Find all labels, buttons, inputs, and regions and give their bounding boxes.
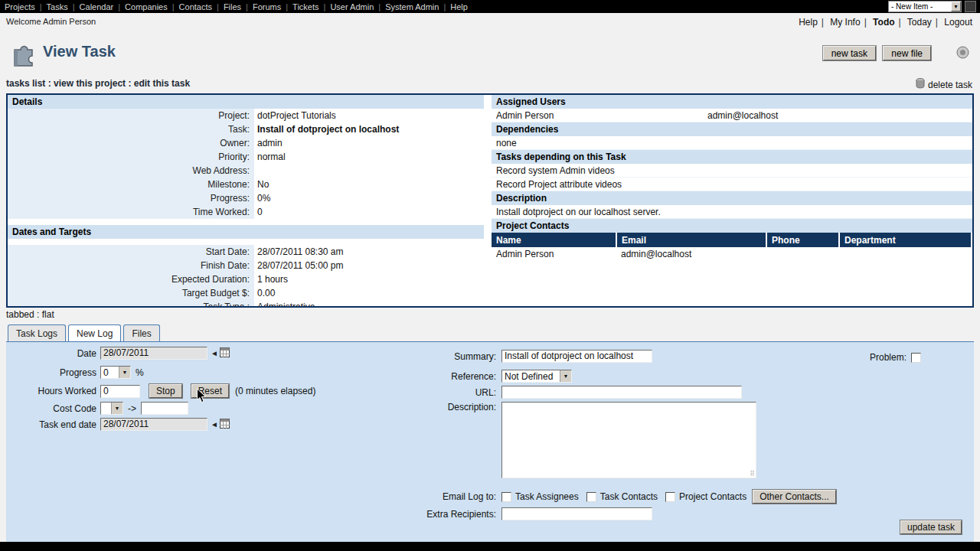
reference-select[interactable]: Not Defined ▼ (501, 370, 572, 383)
menu-contacts[interactable]: Contacts (179, 2, 224, 11)
menu-user-admin[interactable]: User Admin (330, 2, 385, 11)
link-todo[interactable]: Todo (873, 17, 905, 28)
description-row: Description: ⠿ (351, 402, 756, 478)
description-textarea[interactable]: ⠿ (501, 402, 756, 478)
calendar-icon[interactable] (220, 347, 230, 360)
contacts-col-name: Name (492, 233, 616, 247)
details-column: Details Project: dotProject Tutorials Ta… (8, 95, 484, 308)
new-file-button[interactable]: new file (883, 46, 931, 60)
detail-value: Administrative (254, 300, 484, 308)
task-assignees-label: Task Assignees (515, 491, 579, 502)
detail-value: dotProject Tutorials (254, 109, 484, 122)
contact-phone (766, 247, 839, 261)
description-header: Description (492, 191, 972, 205)
extra-recipients-input[interactable] (501, 507, 652, 520)
project-contacts-checkbox[interactable] (665, 492, 675, 502)
detail-label: Expected Duration: (8, 272, 254, 286)
detail-label: Priority: (8, 150, 254, 164)
detail-label: Owner: (8, 136, 254, 150)
chevron-down-icon[interactable]: ▼ (119, 367, 130, 378)
menu-calendar[interactable]: Calendar (80, 2, 126, 11)
percent-label: % (136, 367, 144, 378)
detail-value: 0% (254, 191, 484, 205)
reference-row: Reference: Not Defined ▼ (351, 370, 572, 383)
tab-files[interactable]: Files (123, 324, 159, 341)
prev-arrow-icon[interactable]: ◄ (211, 350, 218, 357)
task-assignees-checkbox[interactable] (501, 492, 511, 502)
task-contacts-checkbox[interactable] (586, 492, 596, 502)
resize-grip-icon[interactable]: ⠿ (750, 470, 755, 478)
new-task-button[interactable]: new task (823, 46, 876, 60)
detail-row: Expected Duration: 1 hours (8, 272, 484, 286)
detail-row: Progress: 0% (8, 191, 484, 205)
detail-row: Time Worked: 0 (8, 205, 484, 219)
date-input[interactable]: 28/07/2011 (100, 347, 207, 360)
reference-value: Not Defined (502, 370, 560, 382)
breadcrumb[interactable]: tasks list : view this project : edit th… (6, 78, 190, 89)
detail-row: Project: dotProject Tutorials (8, 109, 484, 122)
menu-system-admin[interactable]: System Admin (385, 2, 450, 11)
tab-task-logs[interactable]: Task Logs (8, 324, 66, 341)
detail-label: Finish Date: (8, 259, 254, 272)
task-end-date-label: Task end date (11, 419, 96, 430)
detail-row: Milestone: No (8, 178, 484, 191)
url-row: URL: (351, 386, 742, 399)
menu-help[interactable]: Help (450, 2, 468, 11)
detail-value: 0 (254, 205, 484, 219)
puzzle-icon (8, 40, 37, 70)
chevron-down-icon[interactable]: ▼ (560, 370, 571, 382)
link-my-info[interactable]: My Info (830, 17, 870, 28)
problem-checkbox[interactable] (911, 353, 921, 363)
go-button[interactable] (965, 1, 976, 12)
project-contacts-header: Project Contacts (492, 219, 972, 233)
detail-label: Web Address: (8, 164, 254, 178)
update-task-button[interactable]: update task (900, 520, 962, 534)
contact-name: Admin Person (492, 247, 616, 261)
contacts-row: Admin Person admin@localhost (492, 247, 972, 261)
menu-projects[interactable]: Projects (5, 2, 47, 11)
menu-tasks[interactable]: Tasks (47, 2, 80, 11)
chevron-down-icon[interactable]: ▼ (951, 2, 961, 11)
menu-tickets[interactable]: Tickets (292, 2, 330, 11)
link-logout[interactable]: Logout (944, 17, 972, 28)
tab-mode-label[interactable]: tabbed : flat (6, 309, 54, 320)
detail-row: Priority: normal (8, 150, 484, 164)
link-today[interactable]: Today (907, 17, 942, 28)
cost-code-select[interactable]: ▼ (100, 402, 123, 415)
reset-button[interactable]: Reset (191, 384, 229, 398)
progress-select[interactable]: 0 ▼ (100, 366, 131, 379)
detail-label: Milestone: (8, 178, 254, 191)
summary-input[interactable]: Install of dotproject on localhost (501, 350, 652, 363)
title-row: View Task new task new file (0, 38, 980, 69)
delete-task-button[interactable]: delete task (916, 78, 972, 91)
other-contacts-button[interactable]: Other Contacts... (753, 490, 836, 504)
calendar-icon[interactable] (220, 419, 230, 431)
depending-task[interactable]: Record Project attribute videos (492, 178, 972, 191)
detail-value: 1 hours (254, 272, 484, 286)
contact-department (839, 247, 972, 261)
stop-button[interactable]: Stop (149, 384, 182, 398)
new-item-dropdown[interactable]: - New Item - ▼ (888, 1, 962, 12)
link-help[interactable]: Help (799, 17, 828, 28)
menu-files[interactable]: Files (224, 2, 253, 11)
menu-companies[interactable]: Companies (125, 2, 179, 11)
hours-worked-input[interactable]: 0 (100, 385, 140, 398)
problem-row: Problem: (870, 352, 921, 363)
task-end-date-input[interactable]: 28/07/2011 (100, 418, 207, 431)
depending-task[interactable]: Record system Admin videos (492, 164, 972, 178)
description-value: Install dotproject on our localhost serv… (492, 205, 972, 219)
prev-arrow-icon[interactable]: ◄ (211, 421, 218, 429)
task-end-date-row: Task end date 28/07/2011 ◄ (11, 418, 230, 431)
tab-new-log[interactable]: New Log (68, 324, 121, 341)
url-input[interactable] (501, 386, 742, 399)
chevron-down-icon[interactable]: ▼ (111, 403, 122, 414)
cost-code-input[interactable] (141, 402, 188, 415)
task-contacts-label: Task Contacts (600, 491, 658, 502)
project-contacts-table: Name Email Phone Department Admin Person… (492, 233, 972, 261)
info-icon[interactable] (956, 46, 969, 61)
cost-code-label: Cost Code (11, 403, 96, 414)
assigned-user-name: Admin Person (496, 109, 554, 122)
summary-label: Summary: (351, 351, 496, 362)
details-section-header: Details (8, 95, 484, 109)
menu-forums[interactable]: Forums (253, 2, 292, 11)
